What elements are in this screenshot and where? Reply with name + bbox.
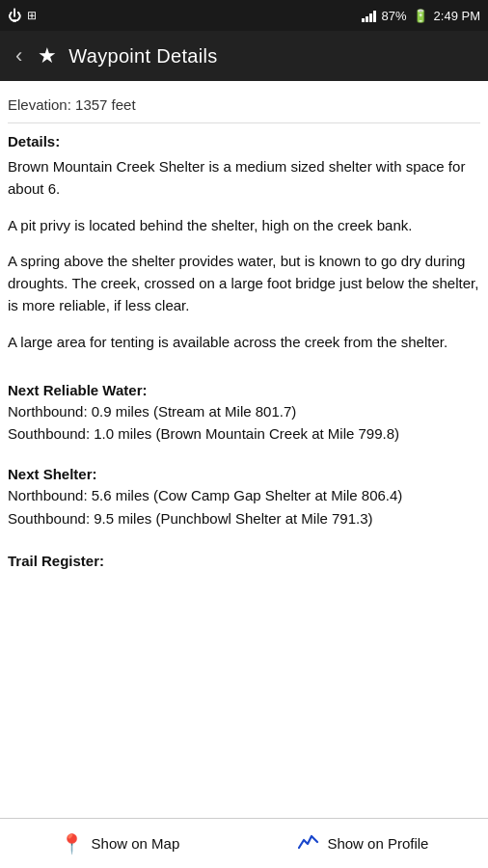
details-para-1: Brown Mountain Creek Shelter is a medium… (8, 155, 480, 201)
details-para-3: A spring above the shelter provides wate… (8, 250, 480, 317)
details-para-4: A large area for tenting is available ac… (8, 331, 480, 353)
map-pin-icon: 📍 (60, 832, 84, 855)
time: 2:49 PM (434, 9, 480, 23)
next-shelter-label: Next Shelter: (8, 466, 480, 482)
bottom-bar: 📍 Show on Map Show on Profile (0, 818, 488, 868)
battery-percent: 87% (382, 9, 407, 23)
details-para-2: A pit privy is located behind the shelte… (8, 214, 480, 236)
signal-bars (362, 9, 376, 22)
app-header: ‹ ★ Waypoint Details (0, 31, 488, 81)
star-icon: ★ (38, 43, 57, 68)
elevation-label: Elevation: 1357 feet (8, 96, 136, 113)
status-bar: ⏻ ⊞ 87% 🔋 2:49 PM (0, 0, 488, 31)
main-content: Elevation: 1357 feet Details: Brown Moun… (0, 81, 488, 633)
details-label: Details: (8, 133, 480, 149)
sim-icon: ⊞ (27, 9, 37, 22)
details-section: Details: Brown Mountain Creek Shelter is… (8, 123, 480, 370)
next-shelter-line-1: Northbound: 5.6 miles (Cow Camp Gap Shel… (8, 484, 480, 506)
trail-register-label: Trail Register: (8, 553, 480, 569)
usb-icon: ⏻ (8, 8, 21, 23)
next-water-line-1: Northbound: 0.9 miles (Stream at Mile 80… (8, 400, 480, 422)
next-water-line-2: Southbound: 1.0 miles (Brown Mountain Cr… (8, 422, 480, 445)
page-title: Waypoint Details (68, 45, 217, 68)
next-water-label: Next Reliable Water: (8, 382, 480, 398)
show-profile-label: Show on Profile (327, 835, 428, 852)
status-right: 87% 🔋 2:49 PM (362, 9, 480, 23)
trail-register-section: Trail Register: (8, 541, 480, 575)
status-left: ⏻ ⊞ (8, 8, 37, 23)
battery-icon: 🔋 (413, 9, 428, 23)
profile-chart-icon (298, 832, 319, 854)
back-button[interactable]: ‹ (12, 40, 26, 72)
next-shelter-section: Next Shelter: Northbound: 5.6 miles (Cow… (8, 454, 480, 533)
show-on-map-button[interactable]: 📍 Show on Map (44, 825, 196, 863)
show-on-profile-button[interactable]: Show on Profile (283, 825, 444, 862)
show-map-label: Show on Map (92, 835, 180, 852)
next-shelter-line-2: Southbound: 9.5 miles (Punchbowl Shelter… (8, 507, 480, 529)
elevation-row: Elevation: 1357 feet (8, 91, 480, 123)
next-water-section: Next Reliable Water: Northbound: 0.9 mil… (8, 370, 480, 449)
